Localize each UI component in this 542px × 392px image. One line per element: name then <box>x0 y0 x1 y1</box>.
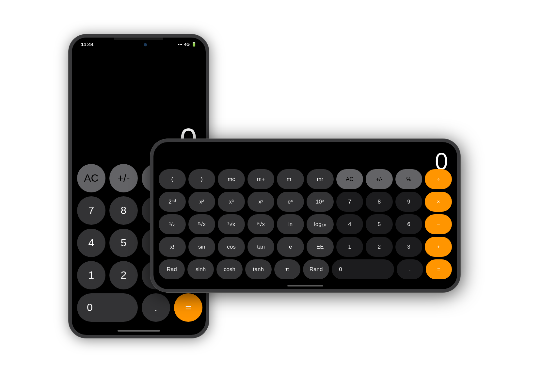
btn-h-0-9[interactable]: ÷ <box>425 169 452 189</box>
btn-h-3-7[interactable]: 2 <box>366 237 393 257</box>
home-indicator-vertical <box>118 330 160 332</box>
btn-h-3-3[interactable]: tan <box>247 237 275 257</box>
btn-h-4-0[interactable]: Rad <box>159 259 185 279</box>
btn-h-3-5[interactable]: EE <box>307 237 334 257</box>
phone-horizontal: 0 ()mcm+m−mrAC+/-%÷2ⁿᵈx²x³xʸeˣ10ˣ789×¹/ₓ… <box>150 139 460 292</box>
btn-h-0-4[interactable]: m− <box>277 169 304 189</box>
btn-h-1-2[interactable]: x³ <box>218 192 245 212</box>
btn-h-0-2[interactable]: mc <box>218 169 245 189</box>
btn-h-1-1[interactable]: x² <box>188 192 215 212</box>
btn-h-4-5[interactable]: Rand <box>303 259 329 279</box>
btn-h-3-8[interactable]: 3 <box>395 237 422 257</box>
side-button <box>459 201 460 220</box>
plus-minus-button-v[interactable]: +/- <box>109 164 138 192</box>
seven-button-v[interactable]: 7 <box>77 196 105 225</box>
battery-icon: 🔋 <box>191 42 197 47</box>
horizontal-row-1: ()mcm+m−mrAC+/-%÷ <box>159 169 452 189</box>
ac-button-v[interactable]: AC <box>77 164 105 192</box>
btn-h-2-3[interactable]: ʸ√x <box>247 214 275 234</box>
horizontal-buttons: ()mcm+m−mrAC+/-%÷2ⁿᵈx²x³xʸeˣ10ˣ789×¹/ₓ²√… <box>153 167 457 289</box>
btn-h-4-1[interactable]: sinh <box>187 259 214 279</box>
btn-h-2-7[interactable]: 5 <box>366 214 393 234</box>
eight-button-v[interactable]: 8 <box>109 196 138 225</box>
equals-button-v[interactable]: = <box>174 293 202 322</box>
btn-h-0-5[interactable]: mr <box>307 169 334 189</box>
btn-h-3-4[interactable]: e <box>277 237 304 257</box>
btn-h-0-0[interactable]: ( <box>159 169 186 189</box>
btn-h-1-7[interactable]: 8 <box>366 192 393 212</box>
btn-h-4-4[interactable]: π <box>274 259 300 279</box>
status-bar: 11:44 ▪▪▪ 4G 🔋 <box>72 41 206 47</box>
horizontal-row-4: x!sincostaneEE123+ <box>159 237 452 257</box>
btn-h-0-3[interactable]: m+ <box>247 169 275 189</box>
vertical-row-5: 0 . = <box>77 293 200 322</box>
btn-h-2-2[interactable]: ³√x <box>218 214 245 234</box>
decimal-button-v[interactable]: . <box>142 293 170 322</box>
btn-h-2-8[interactable]: 6 <box>395 214 422 234</box>
signal-icon: ▪▪▪ <box>178 42 183 47</box>
btn-h-2-0[interactable]: ¹/ₓ <box>159 214 186 234</box>
network-type: 4G <box>184 42 190 47</box>
btn-h-1-6[interactable]: 7 <box>336 192 363 212</box>
btn-h-4-3[interactable]: tanh <box>245 259 271 279</box>
btn-h-2-9[interactable]: − <box>425 214 452 234</box>
horizontal-screen: 0 ()mcm+m−mrAC+/-%÷2ⁿᵈx²x³xʸeˣ10ˣ789×¹/ₓ… <box>153 142 457 289</box>
btn-h-3-1[interactable]: sin <box>188 237 215 257</box>
btn-h-0-1[interactable]: ) <box>188 169 215 189</box>
btn-h-0-6[interactable]: AC <box>336 169 363 189</box>
home-indicator-horizontal <box>287 285 323 286</box>
btn-h-2-5[interactable]: log₁₀ <box>307 214 334 234</box>
horizontal-row-5: RadsinhcoshtanhπRand0.= <box>159 259 452 279</box>
status-right: ▪▪▪ 4G 🔋 <box>178 42 197 47</box>
two-button-v[interactable]: 2 <box>109 261 138 289</box>
btn-h-1-4[interactable]: eˣ <box>277 192 304 212</box>
btn-h-1-8[interactable]: 9 <box>395 192 422 212</box>
btn-h-3-6[interactable]: 1 <box>336 237 363 257</box>
btn-h-2-6[interactable]: 4 <box>336 214 363 234</box>
btn-h-0-7[interactable]: +/- <box>366 169 393 189</box>
time-display: 11:44 <box>81 41 93 47</box>
one-button-v[interactable]: 1 <box>77 261 105 289</box>
four-button-v[interactable]: 4 <box>77 229 105 257</box>
five-button-v[interactable]: 5 <box>109 229 138 257</box>
horizontal-row-2: 2ⁿᵈx²x³xʸeˣ10ˣ789× <box>159 192 452 212</box>
btn-h-3-0[interactable]: x! <box>159 237 186 257</box>
btn-h-4-6[interactable]: 0 <box>332 259 394 279</box>
btn-h-3-9[interactable]: + <box>425 237 452 257</box>
btn-h-3-2[interactable]: cos <box>218 237 245 257</box>
btn-h-2-4[interactable]: ln <box>277 214 304 234</box>
btn-h-1-5[interactable]: 10ˣ <box>307 192 334 212</box>
scene: 11:44 ▪▪▪ 4G 🔋 0 AC +/- % ÷ <box>59 24 483 368</box>
btn-h-4-8[interactable]: = <box>426 259 452 279</box>
btn-h-1-9[interactable]: × <box>425 192 452 212</box>
btn-h-2-1[interactable]: ²√x <box>188 214 215 234</box>
btn-h-0-8[interactable]: % <box>395 169 422 189</box>
horizontal-row-3: ¹/ₓ²√x³√xʸ√xlnlog₁₀456− <box>159 214 452 234</box>
btn-h-1-0[interactable]: 2ⁿᵈ <box>159 192 186 212</box>
btn-h-4-7[interactable]: . <box>397 259 423 279</box>
btn-h-4-2[interactable]: cosh <box>216 259 243 279</box>
zero-button-v[interactable]: 0 <box>77 293 138 322</box>
btn-h-1-3[interactable]: xʸ <box>247 192 275 212</box>
